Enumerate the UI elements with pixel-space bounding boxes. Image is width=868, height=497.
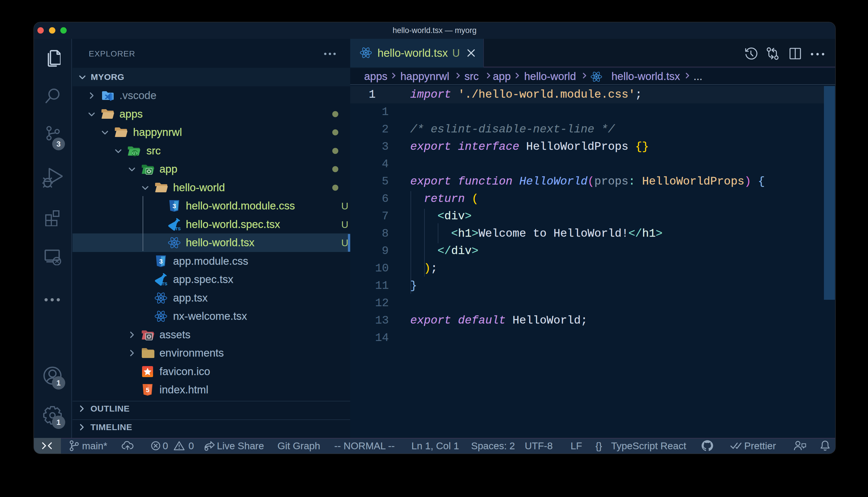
svg-text:3: 3 — [173, 202, 176, 210]
svg-text:5: 5 — [146, 386, 149, 394]
svg-text:TS: TS — [162, 281, 167, 286]
svg-text:3: 3 — [159, 258, 163, 265]
svg-text:TS: TS — [175, 226, 181, 231]
